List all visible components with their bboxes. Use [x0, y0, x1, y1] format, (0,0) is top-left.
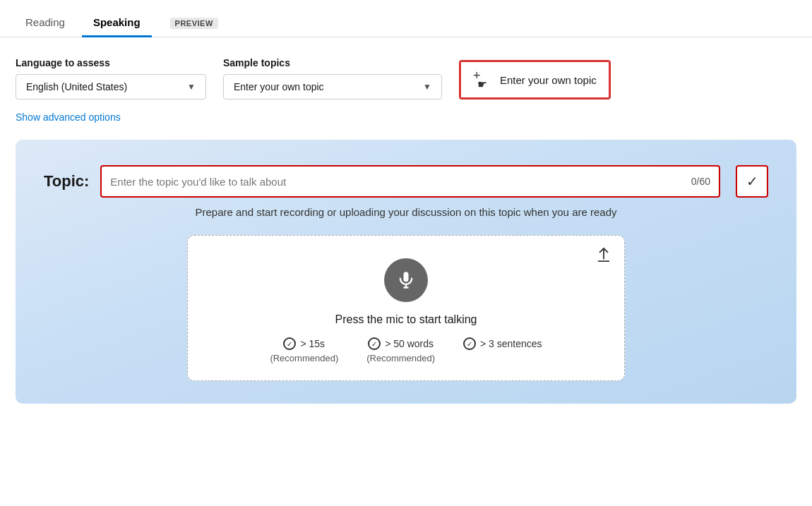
requirement-15s: ✓ > 15s (Recommended): [270, 337, 338, 363]
mic-icon: [396, 270, 416, 290]
requirements-row: ✓ > 15s (Recommended) ✓ > 50 words (Reco…: [270, 337, 542, 363]
tab-preview[interactable]: PREVIEW: [157, 9, 229, 37]
show-advanced-options-text: Show advanced options: [16, 112, 121, 123]
sample-topics-dropdown[interactable]: Enter your own topic ▼: [223, 74, 442, 100]
plus-cursor-icon: [473, 68, 493, 91]
language-dropdown[interactable]: English (United States) ▼: [16, 74, 206, 100]
req-check-15s: ✓: [283, 337, 296, 350]
tabs-bar: Reading Speaking PREVIEW: [0, 0, 812, 37]
checkmark-button[interactable]: ✓: [736, 165, 768, 198]
tab-reading[interactable]: Reading: [14, 9, 76, 37]
requirement-15s-main: ✓ > 15s: [283, 337, 325, 350]
topic-description: Prepare and start recording or uploading…: [44, 206, 768, 218]
show-advanced-options-link[interactable]: Show advanced options: [16, 112, 121, 123]
enter-own-topic-button[interactable]: Enter your own topic: [459, 60, 611, 100]
requirement-3sentences-main: ✓ > 3 sentences: [463, 337, 542, 350]
language-dropdown-arrow: ▼: [187, 82, 196, 92]
requirement-50words-value: > 50 words: [385, 338, 434, 349]
upload-icon: [596, 247, 611, 263]
sample-topics-label: Sample topics: [223, 57, 442, 68]
press-mic-text: Press the mic to start talking: [335, 313, 477, 326]
requirement-50words: ✓ > 50 words (Recommended): [366, 337, 435, 363]
topic-label: Topic:: [44, 172, 89, 191]
topic-card: Topic: 0/60 ✓ Prepare and start recordin…: [16, 140, 796, 404]
requirement-50words-main: ✓ > 50 words: [368, 337, 434, 350]
controls-row: Language to assess English (United State…: [16, 57, 796, 100]
requirement-3sentences-value: > 3 sentences: [480, 338, 542, 349]
char-count: 0/60: [691, 176, 710, 187]
topic-input[interactable]: [110, 176, 685, 188]
language-selected-value: English (United States): [26, 81, 127, 92]
language-label: Language to assess: [16, 57, 206, 68]
recording-box: Press the mic to start talking ✓ > 15s (…: [187, 235, 625, 381]
upload-icon-button[interactable]: [596, 247, 611, 263]
tab-reading-label: Reading: [25, 16, 65, 28]
topic-input-row: Topic: 0/60 ✓: [44, 165, 768, 198]
req-check-3sentences: ✓: [463, 337, 476, 350]
enter-own-topic-label: Enter your own topic: [500, 74, 597, 86]
requirement-15s-value: > 15s: [300, 338, 325, 349]
sample-topics-dropdown-arrow: ▼: [423, 82, 431, 92]
mic-button[interactable]: [384, 258, 428, 302]
tab-speaking-label: Speaking: [93, 16, 141, 28]
checkmark-icon: ✓: [746, 173, 758, 190]
requirement-15s-sub: (Recommended): [270, 353, 338, 363]
req-check-50words: ✓: [368, 337, 381, 350]
main-content: Language to assess English (United State…: [0, 37, 812, 418]
tab-speaking[interactable]: Speaking: [82, 9, 152, 37]
topic-input-container: 0/60: [100, 165, 720, 198]
tab-preview-badge: PREVIEW: [170, 18, 218, 29]
requirement-50words-sub: (Recommended): [366, 353, 435, 363]
language-group: Language to assess English (United State…: [16, 57, 206, 100]
requirement-3sentences: ✓ > 3 sentences: [463, 337, 542, 353]
sample-topics-group: Sample topics Enter your own topic ▼: [223, 57, 442, 100]
sample-topics-selected-value: Enter your own topic: [234, 81, 324, 92]
svg-rect-2: [404, 272, 409, 282]
